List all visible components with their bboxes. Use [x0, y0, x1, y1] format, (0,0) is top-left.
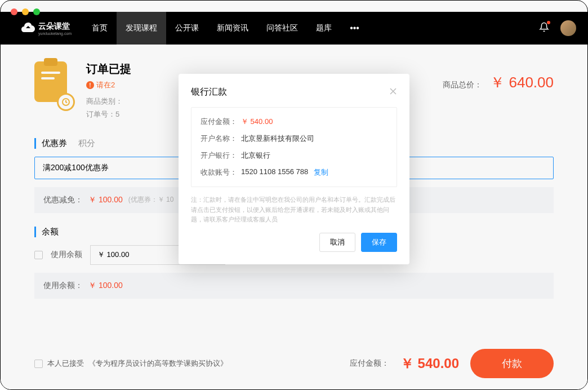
- modal-row-value: 1520 1108 1556 788: [241, 167, 308, 178]
- close-icon: [389, 87, 397, 95]
- modal-row-value: 北京银行: [241, 150, 270, 161]
- modal-row-3: 收款账号：1520 1108 1556 788复制: [201, 167, 387, 178]
- copy-link[interactable]: 复制: [314, 167, 328, 178]
- modal-row-value: ￥ 540.00: [241, 117, 273, 127]
- modal-row-label: 开户名称：: [201, 134, 241, 144]
- modal-row-label: 开户银行：: [201, 150, 241, 161]
- window-minimize-dot[interactable]: [22, 8, 29, 15]
- modal-row-0: 应付金额：￥ 540.00: [201, 117, 387, 127]
- save-button[interactable]: 保存: [361, 233, 397, 252]
- modal-row-2: 开户银行：北京银行: [201, 150, 387, 161]
- modal-row-1: 开户名称：北京昱新科技有限公司: [201, 134, 387, 144]
- modal-row-label: 收款账号：: [201, 167, 241, 178]
- modal-overlay: 银行汇款 应付金额：￥ 540.00开户名称：北京昱新科技有限公司开户银行：北京…: [1, 1, 587, 389]
- modal-close-button[interactable]: [389, 86, 397, 98]
- modal-row-label: 应付金额：: [201, 117, 241, 127]
- modal-note: 注：汇款时，请在备注中写明您在我公司的用户名和本订单号。汇款完成后请点击已支付按…: [191, 195, 397, 225]
- modal-row-value: 北京昱新科技有限公司: [241, 134, 314, 144]
- bank-transfer-modal: 银行汇款 应付金额：￥ 540.00开户名称：北京昱新科技有限公司开户银行：北京…: [179, 74, 409, 264]
- modal-title: 银行汇款: [191, 86, 227, 98]
- window-maximize-dot[interactable]: [33, 8, 40, 15]
- window-close-dot[interactable]: [11, 8, 17, 15]
- cancel-button[interactable]: 取消: [319, 233, 355, 252]
